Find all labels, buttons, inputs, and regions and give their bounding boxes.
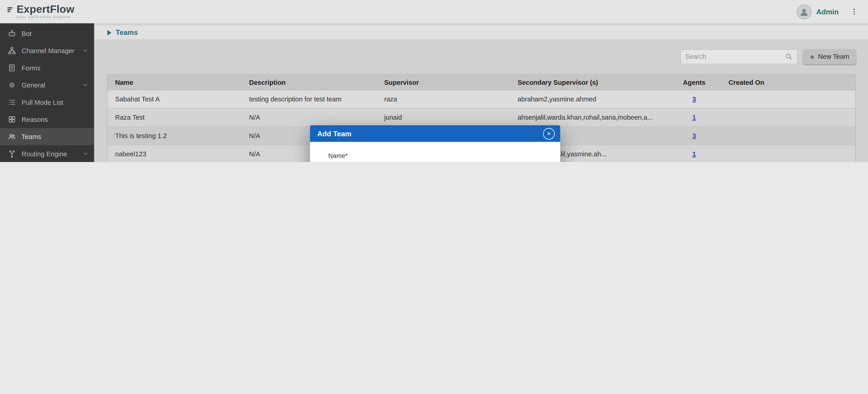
- app-root: ExpertFlow your callcenter experts Admin…: [0, 0, 868, 162]
- name-label: Name*: [328, 152, 542, 159]
- close-icon: ×: [547, 130, 551, 137]
- modal-header: Add Team ×: [310, 125, 560, 142]
- modal-title: Add Team: [317, 130, 351, 138]
- modal-body: Name* Description Supervisor Secondary S…: [310, 142, 560, 162]
- close-button[interactable]: ×: [543, 128, 555, 139]
- add-team-modal: Add Team × Name* Description Supervisor: [310, 125, 560, 162]
